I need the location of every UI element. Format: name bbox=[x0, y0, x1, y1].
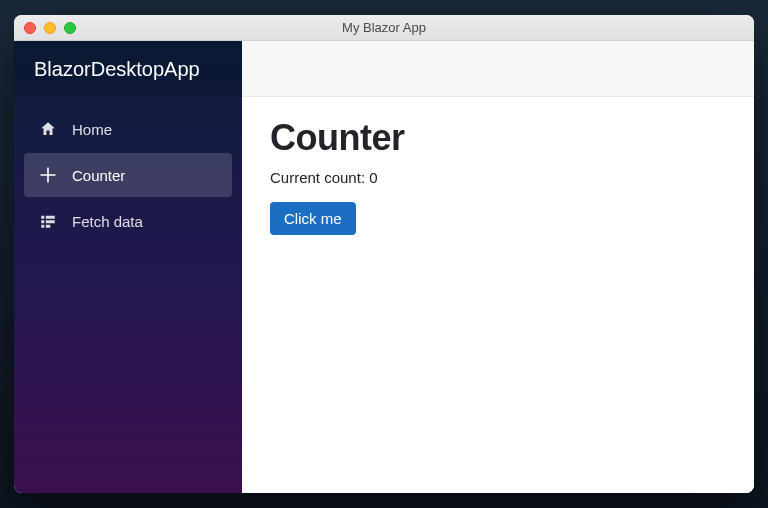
list-icon bbox=[38, 211, 58, 231]
minimize-icon[interactable] bbox=[44, 22, 56, 34]
svg-rect-3 bbox=[46, 220, 55, 223]
sidebar: BlazorDesktopApp Home Counter bbox=[14, 41, 242, 493]
sidebar-item-home[interactable]: Home bbox=[24, 107, 232, 151]
traffic-lights bbox=[24, 22, 76, 34]
plus-icon bbox=[38, 165, 58, 185]
svg-rect-4 bbox=[41, 225, 44, 228]
fullscreen-icon[interactable] bbox=[64, 22, 76, 34]
content-area: Counter Current count: 0 Click me bbox=[242, 41, 754, 493]
sidebar-item-label: Counter bbox=[72, 167, 125, 184]
click-me-button[interactable]: Click me bbox=[270, 202, 356, 235]
nav-menu: Home Counter F bbox=[14, 97, 242, 253]
page-content: Counter Current count: 0 Click me bbox=[242, 97, 754, 255]
app-body: BlazorDesktopApp Home Counter bbox=[14, 41, 754, 493]
close-icon[interactable] bbox=[24, 22, 36, 34]
sidebar-item-label: Fetch data bbox=[72, 213, 143, 230]
count-value: 0 bbox=[369, 169, 377, 186]
svg-rect-0 bbox=[41, 216, 44, 219]
svg-rect-2 bbox=[41, 220, 44, 223]
count-label: Current count: bbox=[270, 169, 369, 186]
count-line: Current count: 0 bbox=[270, 169, 726, 186]
app-window: My Blazor App BlazorDesktopApp Home Coun… bbox=[14, 15, 754, 493]
top-row bbox=[242, 41, 754, 97]
titlebar: My Blazor App bbox=[14, 15, 754, 41]
sidebar-item-counter[interactable]: Counter bbox=[24, 153, 232, 197]
window-title: My Blazor App bbox=[24, 20, 744, 35]
svg-rect-1 bbox=[46, 216, 55, 219]
sidebar-item-label: Home bbox=[72, 121, 112, 138]
home-icon bbox=[38, 119, 58, 139]
sidebar-item-fetch-data[interactable]: Fetch data bbox=[24, 199, 232, 243]
svg-rect-5 bbox=[46, 225, 51, 228]
app-brand[interactable]: BlazorDesktopApp bbox=[14, 41, 242, 97]
page-heading: Counter bbox=[270, 117, 726, 159]
